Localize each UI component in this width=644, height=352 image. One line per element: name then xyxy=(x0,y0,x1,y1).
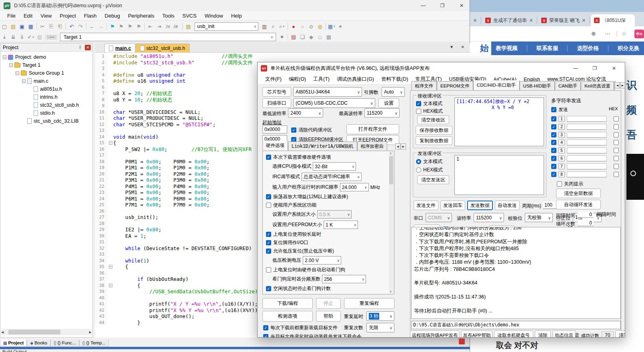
dialog-menu-item[interactable]: 调试仿真接口(G) xyxy=(333,76,378,83)
dialog-menu-item[interactable]: 工具(T) xyxy=(310,76,333,83)
auto-loop-send-button[interactable]: 自动循环发送 xyxy=(556,200,601,209)
row-enabled-checkbox[interactable] xyxy=(551,124,556,129)
bottom-button-4[interactable]: 动态信息 xyxy=(552,330,576,338)
baud-combo[interactable]: 115200 xyxy=(474,213,504,222)
clear-send-button[interactable]: 清空发送区 xyxy=(417,175,449,184)
row-number-button[interactable]: 2 xyxy=(558,124,565,130)
interval-input[interactable]: 0 xyxy=(578,211,594,218)
bottom-tab--func-[interactable]: {}{} Func... xyxy=(50,340,79,346)
row-text-input[interactable] xyxy=(567,155,607,161)
row-enabled-checkbox[interactable] xyxy=(551,140,556,145)
editor-tab-main-c[interactable]: main.c xyxy=(104,44,136,52)
minimize-button[interactable]: — xyxy=(416,1,430,10)
row-text-input[interactable] xyxy=(567,132,607,138)
row-text-input[interactable] xyxy=(567,163,607,169)
dialog-menu-item[interactable]: 文件(F) xyxy=(262,76,285,83)
assistant-tabs-left-icon[interactable]: ◀ xyxy=(615,82,620,88)
row-text-input[interactable] xyxy=(567,147,607,153)
manage-multiproject-icon[interactable]: ▩ xyxy=(324,33,333,41)
row-number-button[interactable]: 7 xyxy=(558,163,565,169)
tree-item-source-group-1[interactable]: −Source Group 1 xyxy=(1,69,89,77)
bottom-tab--temp-[interactable]: {}{} Temp... xyxy=(79,340,109,346)
open-folder-icon[interactable]: ▤ xyxy=(9,22,18,30)
insert-breakpoint-icon[interactable]: ● xyxy=(289,22,298,30)
menu-item-debug[interactable]: Debug xyxy=(101,13,124,19)
find-in-files-icon[interactable]: ▤ xyxy=(184,22,193,30)
send-data-button[interactable]: 发送数据 xyxy=(467,201,493,210)
max-baud-select[interactable]: 115200 xyxy=(364,108,400,117)
menu-item-peripherals[interactable]: Peripherals xyxy=(124,13,158,19)
project-horizontal-scrollbar[interactable]: ◀ ▶ xyxy=(1,329,92,335)
row-text-input[interactable] xyxy=(567,116,607,122)
dialog-maximize-button[interactable]: ❐ xyxy=(588,64,602,73)
status-log[interactable]: ．上电自动启动内部看门狗时的分频系数为 : 256．空闲状态时看门狗定时器停止计… xyxy=(411,227,621,319)
autoload-send-checkbox[interactable]: 当目标文件变化时自动装载并发送下载命令 xyxy=(263,333,362,338)
row-hex-checkbox[interactable] xyxy=(614,172,619,177)
menu-item-flash[interactable]: Flash xyxy=(80,13,101,19)
tab-close-icon[interactable]: ✕ xyxy=(529,18,533,23)
row-enabled-checkbox[interactable] xyxy=(551,132,556,137)
repeat-count-select[interactable]: 无限 xyxy=(366,323,394,332)
assistant-tab-3[interactable]: USB-HID助手 xyxy=(520,81,555,91)
download-program-button[interactable]: 下载/编程 xyxy=(262,298,313,309)
find-text-combo[interactable]: usb_init xyxy=(194,22,258,31)
browser-tab-2[interactable]: S荣誉版主 晓飞✕ xyxy=(538,14,589,26)
save-receive-button[interactable]: 保存接收数据 xyxy=(416,126,452,135)
row-hex-checkbox[interactable] xyxy=(614,132,619,137)
serial-port-combo[interactable]: COM5 xyxy=(426,213,452,222)
target-select-combo[interactable]: Target 1 xyxy=(60,33,276,41)
min-baud-select[interactable]: 2400 xyxy=(288,108,323,117)
navigate-back-icon[interactable]: ← xyxy=(88,22,96,30)
send-enter-button[interactable]: 发送回车 xyxy=(440,201,465,210)
more-options-icon[interactable]: ⋯ xyxy=(605,30,610,37)
auto-send-button[interactable]: 自动发送 xyxy=(495,201,520,210)
paste-icon[interactable]: ⎗ xyxy=(56,22,64,30)
kill-breakpoints-icon[interactable]: ⊘ xyxy=(307,22,316,30)
assistant-tab-2[interactable]: CDC/HID-串口助手 xyxy=(473,80,520,90)
hw-option-checkbox-14[interactable]: 空闲状态时停止看门狗计数 xyxy=(266,285,331,292)
hw-tab-1[interactable]: Link1D/Writer1A/U8W脱机 xyxy=(288,141,357,151)
reload-target-checkbox[interactable]: 每次下载前都重新装载目标文件 xyxy=(263,324,338,331)
download-load-icon[interactable]: LOAD xyxy=(47,33,56,41)
target-file-path[interactable]: D:\05.C语言基础\示例代码\Objects\demo.hex xyxy=(411,321,621,329)
browser-tab-3[interactable]: S《8051U深 xyxy=(591,14,635,26)
books-window-icon[interactable]: ▥ xyxy=(260,22,269,30)
menu-item-help[interactable]: Help xyxy=(227,13,246,19)
row-number-button[interactable]: 4 xyxy=(558,139,565,145)
menu-item-svcs[interactable]: SVCS xyxy=(178,13,200,19)
row-hex-checkbox[interactable] xyxy=(614,140,619,145)
fold-marker-icon[interactable]: − xyxy=(109,141,112,145)
row-number-button[interactable]: 5 xyxy=(558,147,565,153)
open-program-file-button[interactable]: 打开程序文件 xyxy=(346,124,399,134)
parity-combo[interactable]: 无校验 xyxy=(525,213,553,222)
row-enabled-checkbox[interactable] xyxy=(551,116,556,121)
row-text-input[interactable] xyxy=(567,124,607,130)
row-enabled-checkbox[interactable] xyxy=(551,164,556,169)
video-thumbnail[interactable] xyxy=(626,154,644,200)
send-file-button[interactable]: 发送文件 xyxy=(414,201,438,210)
assistant-tab-0[interactable]: 程序文件 xyxy=(411,81,437,91)
nav-item-3[interactable]: 积分兑换 xyxy=(618,45,639,52)
hw-option-checkbox-9[interactable]: 复位脚用作I/O口 xyxy=(266,239,308,246)
manage-runtime-icon[interactable]: ❏ xyxy=(298,33,307,41)
hw-tab-0[interactable]: 硬件选项 xyxy=(262,141,288,150)
repeat-program-button[interactable]: 重复编程 xyxy=(344,298,394,309)
row-enabled-checkbox[interactable] xyxy=(551,156,556,161)
multi-send-checkbox[interactable]: 发送 xyxy=(551,106,568,113)
comment-icon[interactable]: /≡ xyxy=(164,22,172,30)
close-panel-icon[interactable]: ✕ xyxy=(85,45,91,50)
tab-close-icon[interactable]: ✕ xyxy=(582,18,586,23)
tabs-scroll-right-icon[interactable]: ▶ xyxy=(401,143,406,149)
zoom-icon[interactable]: ⊕ xyxy=(591,30,596,37)
tree-item-ai8051u-h[interactable]: ai8051u.h xyxy=(1,85,89,93)
hw-option-select-13[interactable]: 256 xyxy=(322,275,366,283)
favorites-star-icon[interactable]: ☆ xyxy=(622,30,627,37)
menu-item-file[interactable]: File xyxy=(3,13,20,19)
rebuild-icon[interactable]: ⇓ xyxy=(18,33,26,41)
uncomment-icon[interactable]: /≢ xyxy=(172,22,181,30)
scan-port-button[interactable]: 扫描串口 xyxy=(262,98,291,108)
tabs-scroll-left-icon[interactable]: ◀ xyxy=(395,143,400,149)
tree-item-stc-usb-cdc-32-lib[interactable]: stc_usb_cdc_32.LIB xyxy=(1,117,89,125)
row-enabled-checkbox[interactable] xyxy=(551,172,556,177)
clear-all-data-button[interactable]: 清空全部数据 xyxy=(556,189,601,198)
